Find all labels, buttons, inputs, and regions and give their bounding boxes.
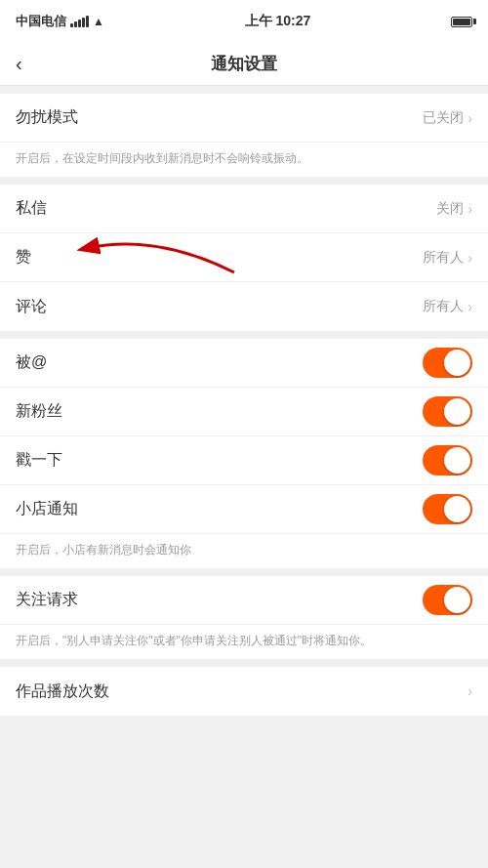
row-label-do-not-disturb: 勿扰模式 (16, 107, 78, 128)
toggle-poke[interactable] (423, 445, 472, 475)
section-toggles: 被@ 新粉丝 戳一下 小店通知 开启后，小店有新消息时会通知你 (0, 339, 488, 568)
toggle-shop-notification[interactable] (423, 494, 472, 524)
row-value-private-message: 关闭 › (436, 200, 472, 218)
section-follow-request: 关注请求 开启后，"别人申请关注你"或者"你申请关注别人被通过"时将通知你。 (0, 576, 488, 659)
value-comment: 所有人 (423, 298, 464, 315)
hint-follow-request: 开启后，"别人申请关注你"或者"你申请关注别人被通过"时将通知你。 (0, 625, 488, 659)
toggle-knob-follow-request (444, 587, 470, 613)
wifi-icon: ▲ (93, 15, 104, 28)
toggle-knob-new-fans (444, 398, 470, 425)
carrier-label: 中国电信 (16, 13, 66, 30)
row-new-fans[interactable]: 新粉丝 (0, 388, 488, 436)
row-value-play-count: › (468, 683, 472, 699)
row-value-comment: 所有人 › (423, 298, 472, 315)
value-like: 所有人 (423, 249, 464, 267)
toggle-knob-at (444, 350, 470, 376)
toggle-at[interactable] (423, 348, 472, 378)
row-label-comment: 评论 (16, 297, 47, 317)
row-do-not-disturb[interactable]: 勿扰模式 已关闭 › (0, 94, 488, 143)
content: 勿扰模式 已关闭 › 开启后，在设定时间段内收到新消息时不会响铃或振动。 私信 … (0, 86, 488, 716)
back-button[interactable]: ‹ (16, 53, 22, 75)
section-play-count: 作品播放次数 › (0, 667, 488, 716)
value-private-message: 关闭 (436, 200, 464, 218)
toggle-follow-request[interactable] (423, 585, 472, 615)
row-shop-notification[interactable]: 小店通知 (0, 485, 488, 534)
hint-do-not-disturb: 开启后，在设定时间段内收到新消息时不会响铃或振动。 (0, 143, 488, 177)
row-at[interactable]: 被@ (0, 339, 488, 388)
row-poke[interactable]: 戳一下 (0, 436, 488, 485)
row-label-new-fans: 新粉丝 (16, 401, 62, 422)
row-like[interactable]: 赞 所有人 › (0, 233, 488, 282)
signal-icon (70, 16, 89, 27)
toggle-knob-shop-notification (444, 496, 470, 522)
chevron-icon: › (468, 250, 472, 266)
nav-bar: ‹ 通知设置 (0, 43, 488, 86)
status-bar: 中国电信 ▲ 上午 10:27 (0, 0, 488, 43)
toggle-knob-poke (444, 447, 470, 474)
value-do-not-disturb: 已关闭 (423, 109, 464, 127)
section-privacy: 私信 关闭 › 赞 所有人 › (0, 185, 488, 331)
row-label-follow-request: 关注请求 (16, 590, 78, 610)
row-label-poke: 戳一下 (16, 450, 62, 471)
row-play-count[interactable]: 作品播放次数 › (0, 667, 488, 716)
chevron-icon: › (468, 201, 472, 217)
row-label-at: 被@ (16, 352, 47, 373)
row-label-play-count: 作品播放次数 (16, 682, 109, 702)
status-time: 上午 10:27 (245, 13, 311, 30)
section-do-not-disturb: 勿扰模式 已关闭 › 开启后，在设定时间段内收到新消息时不会响铃或振动。 (0, 94, 488, 177)
row-value-like: 所有人 › (423, 249, 472, 267)
page-title: 通知设置 (211, 53, 277, 75)
chevron-icon: › (468, 110, 472, 126)
arrow-container: 赞 所有人 › (0, 233, 488, 282)
hint-shop-notification: 开启后，小店有新消息时会通知你 (0, 534, 488, 568)
chevron-icon: › (468, 299, 472, 314)
row-label-shop-notification: 小店通知 (16, 499, 78, 519)
row-follow-request[interactable]: 关注请求 (0, 576, 488, 625)
row-label-like: 赞 (16, 247, 31, 268)
row-private-message[interactable]: 私信 关闭 › (0, 185, 488, 233)
row-comment[interactable]: 评论 所有人 › (0, 282, 488, 331)
row-value-do-not-disturb: 已关闭 › (423, 109, 472, 127)
battery-icon (451, 17, 472, 27)
status-left: 中国电信 ▲ (16, 13, 104, 30)
status-right (451, 17, 472, 27)
row-label-private-message: 私信 (16, 198, 47, 219)
toggle-new-fans[interactable] (423, 396, 472, 427)
chevron-icon: › (468, 683, 472, 699)
